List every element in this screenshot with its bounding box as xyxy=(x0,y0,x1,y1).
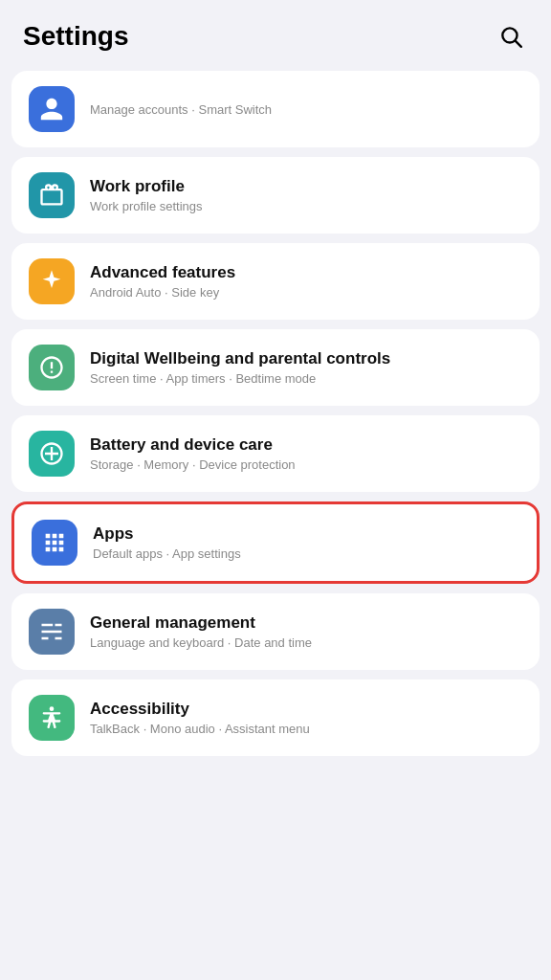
header: Settings xyxy=(0,0,551,63)
settings-card-accessibility[interactable]: Accessibility TalkBack · Mono audio · As… xyxy=(11,679,540,756)
battery-subtitle: Storage · Memory · Device protection xyxy=(90,457,296,472)
settings-card-accounts[interactable]: Manage accounts · Smart Switch xyxy=(11,71,540,147)
digital-wellbeing-subtitle: Screen time · App timers · Bedtime mode xyxy=(90,371,390,386)
accessibility-text: Accessibility TalkBack · Mono audio · As… xyxy=(90,700,310,736)
settings-list: Manage accounts · Smart Switch Work prof… xyxy=(0,63,551,764)
work-profile-subtitle: Work profile settings xyxy=(90,199,203,213)
work-profile-text: Work profile Work profile settings xyxy=(90,177,203,213)
apps-icon-wrap xyxy=(32,520,77,566)
digital-wellbeing-title: Digital Wellbeing and parental controls xyxy=(90,349,390,368)
accounts-subtitle: Manage accounts · Smart Switch xyxy=(90,102,272,117)
apps-title: Apps xyxy=(93,524,241,544)
general-management-text: General management Language and keyboard… xyxy=(90,613,312,650)
work-profile-title: Work profile xyxy=(90,177,203,196)
battery-icon-wrap xyxy=(29,431,75,477)
settings-card-advanced-features[interactable]: Advanced features Android Auto · Side ke… xyxy=(11,243,540,320)
accounts-icon-wrap xyxy=(29,86,75,132)
accessibility-title: Accessibility xyxy=(90,700,310,719)
apps-subtitle: Default apps · App settings xyxy=(93,546,241,561)
settings-card-apps[interactable]: Apps Default apps · App settings xyxy=(11,501,540,584)
accounts-text: Manage accounts · Smart Switch xyxy=(90,102,272,117)
advanced-features-subtitle: Android Auto · Side key xyxy=(90,285,235,300)
accessibility-subtitle: TalkBack · Mono audio · Assistant menu xyxy=(90,722,310,736)
settings-card-digital-wellbeing[interactable]: Digital Wellbeing and parental controls … xyxy=(11,329,540,406)
digital-wellbeing-text: Digital Wellbeing and parental controls … xyxy=(90,349,390,386)
search-button[interactable] xyxy=(494,19,528,54)
page-title: Settings xyxy=(23,21,128,52)
svg-point-2 xyxy=(50,706,55,711)
general-management-title: General management xyxy=(90,613,312,633)
battery-text: Battery and device care Storage · Memory… xyxy=(90,435,296,472)
settings-card-work-profile[interactable]: Work profile Work profile settings xyxy=(11,157,540,234)
settings-card-battery[interactable]: Battery and device care Storage · Memory… xyxy=(11,415,540,492)
advanced-features-text: Advanced features Android Auto · Side ke… xyxy=(90,263,235,300)
digital-wellbeing-icon-wrap xyxy=(29,345,75,390)
battery-title: Battery and device care xyxy=(90,435,296,455)
advanced-features-icon-wrap xyxy=(29,258,75,304)
advanced-features-title: Advanced features xyxy=(90,263,235,282)
accessibility-icon-wrap xyxy=(29,695,75,741)
svg-line-1 xyxy=(516,41,521,47)
general-management-subtitle: Language and keyboard · Date and time xyxy=(90,635,312,650)
settings-card-general-management[interactable]: General management Language and keyboard… xyxy=(11,593,540,670)
apps-text: Apps Default apps · App settings xyxy=(93,524,241,561)
work-profile-icon-wrap xyxy=(29,172,75,218)
general-management-icon-wrap xyxy=(29,609,75,655)
